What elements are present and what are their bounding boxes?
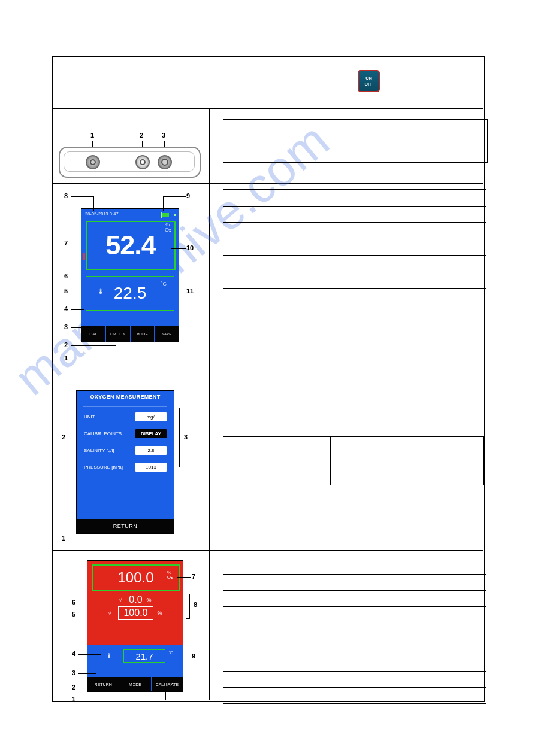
callout-1: 1 xyxy=(64,354,68,362)
callout-5: 5 xyxy=(64,287,68,294)
callout-2: 2 xyxy=(72,684,75,691)
connector-1-icon xyxy=(86,155,100,169)
cal-point-selected: 100.0 xyxy=(118,606,153,620)
cal-value: 100.0 xyxy=(117,569,153,586)
callout-8: 8 xyxy=(194,601,197,608)
callout-4: 4 xyxy=(72,650,75,657)
button-bar: CAL OPTION MODE SAVE xyxy=(81,326,179,342)
battery-icon xyxy=(161,212,174,218)
cal-temp-unit: °C xyxy=(168,650,173,655)
callout-1: 1 xyxy=(72,696,75,703)
datetime-label: 28-05-2013 3:47 xyxy=(85,212,119,216)
title-underline xyxy=(83,406,167,407)
leader-line xyxy=(142,141,143,147)
mainscreen-table xyxy=(223,189,486,371)
oxygen-unit: %O₂ xyxy=(165,222,171,233)
connector-2-icon xyxy=(135,155,150,169)
divider xyxy=(52,183,483,184)
option-row: CALIBR. POINTSDISPLAY xyxy=(84,427,167,440)
callout-10: 10 xyxy=(186,244,194,251)
unit-value[interactable]: mg/l xyxy=(135,412,167,421)
callout-6: 6 xyxy=(64,272,68,280)
option-row: PRESSURE [hPa]1013 xyxy=(84,460,167,473)
option-row: SALINITY [g/l]2.8 xyxy=(84,444,167,457)
thermometer-icon: 🌡 xyxy=(105,652,113,660)
callout-4: 4 xyxy=(64,305,68,312)
callout-3: 3 xyxy=(184,433,188,441)
on-label: ON xyxy=(365,76,372,81)
check-icon: √ xyxy=(119,597,126,603)
leader-line xyxy=(92,141,93,147)
divider xyxy=(52,374,483,374)
return-button[interactable]: RETURN xyxy=(87,677,119,691)
red-marker-icon xyxy=(83,253,85,260)
calibration-screen-figure: 100.0 %O₂ √0.0% √100.0% 🌡 21.7 °C RETURN… xyxy=(87,560,183,692)
oxygen-panel: 52.4 xyxy=(86,221,176,270)
divider xyxy=(52,550,483,551)
cal-reading-panel: 100.0 %O₂ xyxy=(92,564,180,591)
bracket-left xyxy=(71,408,75,467)
bracket-right xyxy=(186,594,190,619)
bracket-right xyxy=(176,408,180,467)
salinity-value[interactable]: 2.8 xyxy=(135,446,167,455)
callout-9: 9 xyxy=(186,192,190,199)
check-icon: √ xyxy=(108,610,115,617)
cal-points: √0.0% √100.0% xyxy=(87,593,183,621)
options-screen-figure: OXYGEN MEASUREMENT UNITmg/l CALIBR. POIN… xyxy=(76,390,174,534)
callout-3: 3 xyxy=(162,132,165,139)
callout-7: 7 xyxy=(192,573,195,580)
display-button[interactable]: DISPLAY xyxy=(135,429,167,438)
callout-2: 2 xyxy=(64,341,68,348)
return-button[interactable]: RETURN xyxy=(77,519,174,533)
callout-11: 11 xyxy=(186,287,194,294)
save-button[interactable]: SAVE xyxy=(155,326,179,342)
option-row: UNITmg/l xyxy=(84,410,167,423)
callout-9: 9 xyxy=(192,652,195,660)
main-screen-figure: 28-05-2013 3:47 52.4 %O₂ 22.5 🌡 °C CAL O… xyxy=(81,208,179,342)
option-button[interactable]: OPTION xyxy=(106,326,131,342)
cal-unit: %O₂ xyxy=(167,570,173,580)
options-table xyxy=(223,436,484,485)
connector-3-icon xyxy=(158,155,172,169)
thermometer-icon: 🌡 xyxy=(97,287,105,296)
divider xyxy=(209,108,210,700)
callout-3: 3 xyxy=(64,323,68,330)
button-bar: RETURN MODE CALIBRATE xyxy=(87,677,183,691)
calibration-table xyxy=(223,558,486,704)
panel-inner xyxy=(64,151,195,172)
calibrate-button[interactable]: CALIBRATE xyxy=(152,677,183,691)
callout-3: 3 xyxy=(72,669,75,676)
callout-2: 2 xyxy=(140,132,143,139)
divider xyxy=(52,108,483,109)
callout-1: 1 xyxy=(90,132,94,139)
on-off-button[interactable]: ON OFF xyxy=(358,70,380,92)
callout-6: 6 xyxy=(72,599,75,606)
oxygen-value: 52.4 xyxy=(105,230,156,261)
callout-1: 1 xyxy=(62,535,65,542)
mode-button[interactable]: MODE xyxy=(131,326,155,342)
temp-value: 22.5 xyxy=(114,284,147,303)
callout-2: 2 xyxy=(62,433,65,441)
callout-5: 5 xyxy=(72,611,75,618)
cal-button[interactable]: CAL xyxy=(81,326,106,342)
off-label: OFF xyxy=(365,82,373,86)
leader-line xyxy=(164,141,165,147)
callout-7: 7 xyxy=(64,239,68,247)
temp-unit: °C xyxy=(161,281,167,287)
pressure-value[interactable]: 1013 xyxy=(135,463,167,472)
connectors-table xyxy=(223,119,488,163)
callout-8: 8 xyxy=(64,192,68,199)
mode-button[interactable]: MODE xyxy=(119,677,151,691)
connector-panel-figure: 1 2 3 xyxy=(59,133,200,178)
options-title: OXYGEN MEASUREMENT xyxy=(77,394,174,400)
cal-temp-value: 21.7 xyxy=(123,649,165,663)
